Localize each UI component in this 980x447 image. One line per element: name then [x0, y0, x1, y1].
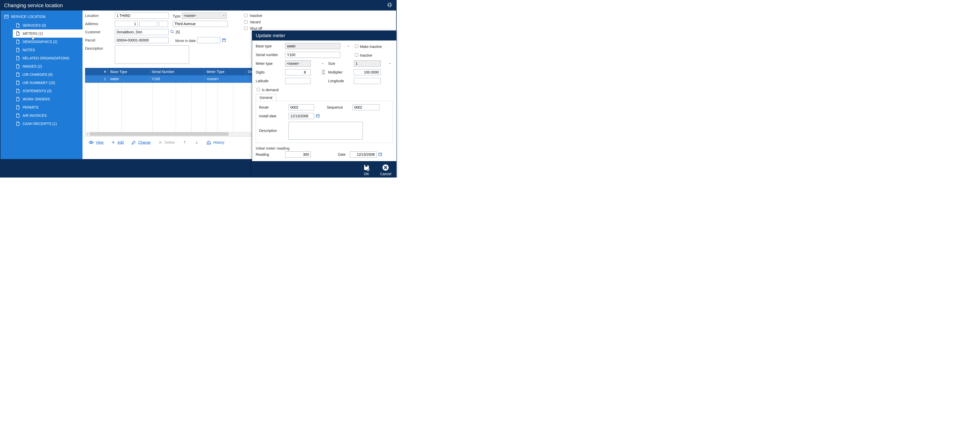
install-input[interactable]	[288, 113, 314, 119]
sidebar-item-ub-charges[interactable]: U/B CHARGES (9)	[0, 70, 83, 79]
svg-rect-18	[316, 115, 319, 117]
description-textarea[interactable]	[115, 45, 189, 64]
description-label: Description	[85, 45, 113, 51]
sidebar-item-ar-invoices[interactable]: A/R INVOICES	[0, 111, 83, 119]
cell-num: 1	[85, 75, 108, 83]
description-label-modal: Description	[259, 129, 286, 133]
sidebar-root[interactable]: SERVICE LOCATION	[0, 12, 83, 21]
window-title: Changing service location	[4, 3, 63, 8]
search-icon[interactable]	[170, 30, 174, 35]
document-icon	[15, 23, 20, 28]
address-b-input[interactable]	[139, 21, 158, 27]
save-icon	[363, 164, 370, 171]
document-icon	[15, 88, 20, 94]
add-button[interactable]: Add	[111, 140, 124, 145]
history-button[interactable]: History	[206, 140, 225, 145]
col-basetype[interactable]: Base Type	[108, 68, 150, 76]
vacant-check[interactable]: Vacant	[243, 19, 262, 24]
calendar-icon[interactable]	[378, 152, 382, 157]
address-num-input[interactable]	[115, 21, 138, 27]
makeinactive-check[interactable]: Make inactive	[354, 44, 393, 49]
metertype-select[interactable]: <none>	[285, 60, 311, 67]
reading-input[interactable]	[285, 151, 311, 157]
digits-input[interactable]	[285, 69, 311, 75]
sidebar-item-label: U/B SUMMARY (15)	[22, 81, 55, 85]
sidebar-item-images[interactable]: IMAGES (2)	[0, 62, 83, 70]
document-icon	[15, 72, 20, 77]
inactive-check[interactable]: Inactive	[243, 13, 262, 18]
serial-input[interactable]	[285, 52, 340, 58]
document-icon	[15, 56, 20, 61]
sidebar-item-cash-receipts[interactable]: CASH RECEIPTS (1)	[0, 119, 83, 128]
sidebar-item-statements[interactable]: STATEMENTS (3)	[0, 87, 83, 95]
reading-label: Reading	[256, 153, 283, 156]
spinner-icon[interactable]: ▲▼	[322, 69, 325, 75]
install-label: Install date	[259, 114, 286, 118]
change-button[interactable]: Change	[131, 140, 151, 145]
inactive-check-modal[interactable]: Inactive	[354, 52, 393, 57]
ok-button[interactable]: OK	[363, 164, 370, 176]
view-button[interactable]: View	[89, 140, 103, 145]
col-num[interactable]: #	[85, 68, 108, 76]
type-select[interactable]: <none>	[182, 13, 227, 19]
route-label: Route	[259, 105, 286, 110]
body-area: SERVICE LOCATION SERVICES (3) METERS (1)…	[0, 11, 396, 159]
date-input[interactable]	[350, 151, 377, 157]
sidebar-item-demographics[interactable]: DEMOGRAPHICS (2)	[0, 38, 83, 46]
scroll-thumb[interactable]	[90, 132, 228, 135]
svg-point-8	[91, 142, 92, 143]
digits-label: Digits	[256, 70, 283, 74]
svg-rect-20	[379, 153, 382, 156]
location-input[interactable]	[115, 13, 169, 19]
sidebar-item-label: U/B CHARGES (9)	[22, 73, 52, 76]
sidebar-item-notes[interactable]: NOTES	[0, 46, 83, 54]
tab-general[interactable]: General	[256, 94, 276, 101]
sidebar-item-ub-summary[interactable]: U/B SUMMARY (15)	[0, 79, 83, 87]
sidebar-item-services[interactable]: SERVICES (3)	[0, 21, 83, 29]
size-select[interactable]: 1	[354, 60, 381, 67]
description-textarea-modal[interactable]	[288, 122, 363, 140]
street-input[interactable]	[173, 21, 228, 27]
multiplier-label: Multiplier	[328, 70, 351, 74]
address-label: Address	[85, 21, 113, 26]
content: Location Type <none> Address Customer	[83, 11, 396, 159]
sidebar-item-related-orgs[interactable]: RELATED ORGANIZATIONS	[0, 54, 83, 62]
isdemand-check[interactable]: Is demand	[256, 88, 278, 92]
shutoff-check[interactable]: Shut off	[243, 26, 262, 31]
multiplier-input[interactable]	[354, 69, 381, 75]
sequence-label: Sequence	[327, 105, 350, 110]
calendar-icon[interactable]	[316, 114, 320, 119]
parcel-input[interactable]	[115, 37, 169, 43]
sidebar-item-work-orders[interactable]: WORK ORDERS	[0, 95, 83, 103]
basetype-select[interactable]: water	[285, 43, 340, 49]
cancel-button[interactable]: Cancel	[380, 164, 391, 176]
sequence-input[interactable]	[353, 104, 379, 110]
customer-label: Customer	[85, 29, 113, 34]
calendar-icon[interactable]	[222, 38, 226, 43]
longitude-input[interactable]	[354, 78, 381, 84]
move-down-button[interactable]	[194, 140, 199, 145]
sidebar-item-permits[interactable]: PERMITS	[0, 103, 83, 111]
col-metertype[interactable]: Meter Type	[204, 68, 246, 76]
scroll-left-icon[interactable]: ‹	[85, 132, 90, 136]
document-icon	[15, 64, 20, 69]
movein-label: Move in date	[175, 38, 196, 43]
move-up-button[interactable]	[183, 140, 187, 145]
customer-input[interactable]	[115, 29, 169, 35]
parcel-label: Parcel	[85, 37, 113, 42]
sidebar-item-meters[interactable]: METERS (1)	[13, 29, 83, 38]
movein-input[interactable]	[197, 37, 220, 43]
address-c-input[interactable]	[159, 21, 168, 27]
customer-link[interactable]: [6]	[176, 30, 180, 34]
svg-line-3	[173, 32, 174, 33]
latitude-input[interactable]	[285, 78, 311, 84]
type-label: Type	[173, 13, 180, 18]
delete-button[interactable]: Delete	[158, 140, 175, 145]
route-input[interactable]	[288, 104, 314, 110]
sidebar: SERVICE LOCATION SERVICES (3) METERS (1)…	[0, 11, 83, 159]
col-serial[interactable]: Serial Number	[150, 68, 204, 76]
sidebar-item-label: CASH RECEIPTS (1)	[22, 122, 57, 126]
tab-body: Route Sequence Install date	[256, 101, 393, 143]
collapse-icon[interactable]	[387, 2, 393, 9]
cell-base: water	[108, 75, 150, 83]
